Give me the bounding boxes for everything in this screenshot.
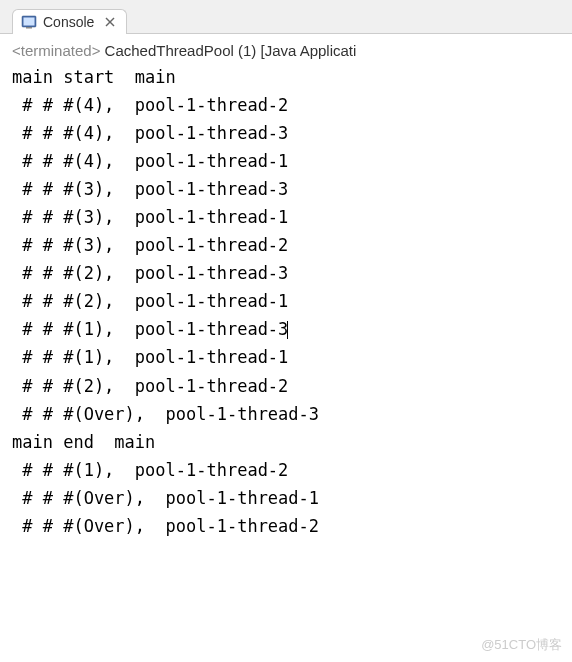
output-line: # # #(1), pool-1-thread-1 — [12, 343, 562, 371]
output-line: # # #(4), pool-1-thread-1 — [12, 147, 562, 175]
console-icon — [21, 14, 37, 30]
output-line: main start main — [12, 63, 562, 91]
status-text: CachedThreadPool (1) [Java Applicati — [100, 42, 356, 59]
output-line: # # #(1), pool-1-thread-2 — [12, 456, 562, 484]
output-line: # # #(4), pool-1-thread-3 — [12, 119, 562, 147]
output-line: # # #(4), pool-1-thread-2 — [12, 91, 562, 119]
svg-rect-2 — [26, 27, 32, 29]
console-output[interactable]: main start main # # #(4), pool-1-thread-… — [0, 61, 572, 550]
tab-console[interactable]: Console — [12, 9, 127, 34]
output-line: # # #(3), pool-1-thread-3 — [12, 175, 562, 203]
output-line: main end main — [12, 428, 562, 456]
output-line: # # #(Over), pool-1-thread-2 — [12, 512, 562, 540]
output-line: # # #(Over), pool-1-thread-1 — [12, 484, 562, 512]
output-line: # # #(Over), pool-1-thread-3 — [12, 400, 562, 428]
terminated-label: <terminated> — [12, 42, 100, 59]
output-line: # # #(1), pool-1-thread-3 — [12, 315, 562, 343]
close-icon[interactable] — [104, 16, 116, 28]
text-cursor — [287, 321, 288, 339]
output-line: # # #(2), pool-1-thread-1 — [12, 287, 562, 315]
output-line: # # #(3), pool-1-thread-2 — [12, 231, 562, 259]
watermark: @51CTO博客 — [481, 636, 562, 654]
status-line: <terminated> CachedThreadPool (1) [Java … — [0, 34, 572, 61]
output-line: # # #(3), pool-1-thread-1 — [12, 203, 562, 231]
output-line: # # #(2), pool-1-thread-2 — [12, 372, 562, 400]
svg-rect-1 — [24, 18, 35, 26]
tab-bar: Console — [0, 0, 572, 34]
output-line: # # #(2), pool-1-thread-3 — [12, 259, 562, 287]
tab-label: Console — [43, 14, 94, 30]
